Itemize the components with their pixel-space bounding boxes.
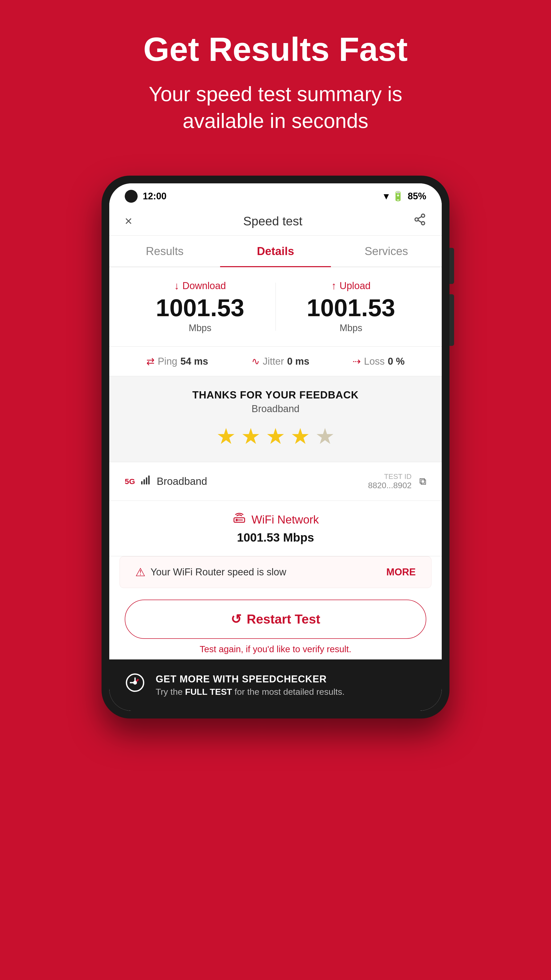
phone-container: 12:00 ▾ 🔋 85% × Speed test <box>0 176 551 719</box>
loss-label: Loss <box>364 356 384 367</box>
status-right: ▾ 🔋 85% <box>384 191 426 202</box>
speed-section: ↓ Download 1001.53 Mbps ↑ Upload 1001.53… <box>109 267 442 347</box>
info-row: 5G Broadband TEST ID 8820...8 <box>109 462 442 501</box>
share-button[interactable] <box>413 213 426 229</box>
upload-label: ↑ Upload <box>276 280 427 292</box>
ping-metric: ⇄ Ping 54 ms <box>146 356 208 367</box>
tab-services[interactable]: Services <box>331 236 442 267</box>
speedometer-icon <box>125 672 145 698</box>
network-type: 5G Broadband <box>125 474 207 488</box>
jitter-metric: ∿ Jitter 0 ms <box>251 356 310 367</box>
test-id: TEST ID 8820...8902 <box>368 473 411 490</box>
wifi-status-icon: ▾ <box>384 191 388 202</box>
restart-label: Restart Test <box>247 612 320 627</box>
bottom-text: GET MORE WITH SPEEDCHECKER Try the FULL … <box>156 674 345 697</box>
svg-point-2 <box>421 221 425 225</box>
star-4[interactable]: ★ <box>291 423 310 449</box>
svg-point-12 <box>134 681 137 684</box>
wifi-speed-value: 1001.53 Mbps <box>125 530 426 544</box>
hero-title: Get Results Fast <box>21 31 530 68</box>
status-left: 12:00 <box>125 190 167 203</box>
svg-rect-7 <box>146 477 148 485</box>
ping-icon: ⇄ <box>146 356 155 367</box>
warning-left: ⚠ Your WiFi Router speed is slow <box>135 566 286 579</box>
svg-rect-8 <box>148 475 150 484</box>
test-id-value: 8820...8902 <box>368 481 411 490</box>
tab-details[interactable]: Details <box>220 236 331 267</box>
metrics-row: ⇄ Ping 54 ms ∿ Jitter 0 ms ⇢ Loss 0 % <box>109 347 442 376</box>
warning-message: Your WiFi Router speed is slow <box>151 566 286 578</box>
restart-section: ↺ Restart Test Test again, if you'd like… <box>109 588 442 659</box>
svg-rect-5 <box>141 481 143 484</box>
phone-side-button-1 <box>449 248 454 284</box>
feedback-title: THANKS FOR YOUR FEEDBACK <box>125 389 426 401</box>
ping-value: 54 ms <box>180 356 208 367</box>
ping-label: Ping <box>158 356 177 367</box>
star-2[interactable]: ★ <box>241 423 260 449</box>
battery-percent: 85% <box>408 191 426 202</box>
warning-triangle-icon: ⚠ <box>135 566 145 579</box>
app-title: Speed test <box>243 214 303 228</box>
jitter-label: Jitter <box>263 356 284 367</box>
jitter-icon: ∿ <box>251 356 260 367</box>
close-button[interactable]: × <box>125 213 132 229</box>
jitter-value: 0 ms <box>287 356 310 367</box>
camera-icon <box>125 190 138 203</box>
loss-metric: ⇢ Loss 0 % <box>353 356 405 367</box>
hero-section: Get Results Fast Your speed test summary… <box>0 0 551 155</box>
feedback-section: THANKS FOR YOUR FEEDBACK Broadband ★ ★ ★… <box>109 376 442 462</box>
status-time: 12:00 <box>143 191 167 202</box>
star-1[interactable]: ★ <box>216 423 236 449</box>
app-header: × Speed test <box>109 207 442 236</box>
loss-value: 0 % <box>388 356 405 367</box>
restart-icon: ↺ <box>231 612 241 627</box>
bottom-banner: GET MORE WITH SPEEDCHECKER Try the FULL … <box>109 659 442 711</box>
download-arrow-icon: ↓ <box>174 280 179 292</box>
feedback-subtitle: Broadband <box>125 403 426 414</box>
download-label: ↓ Download <box>125 280 275 292</box>
tabs: Results Details Services <box>109 236 442 267</box>
wifi-network-label: WiFi Network <box>125 512 426 527</box>
svg-point-0 <box>421 214 425 217</box>
star-3[interactable]: ★ <box>266 423 285 449</box>
star-5[interactable]: ★ <box>315 423 335 449</box>
download-value: 1001.53 <box>125 296 275 320</box>
download-section: ↓ Download 1001.53 Mbps <box>125 280 275 334</box>
svg-rect-6 <box>143 479 145 484</box>
upload-value: 1001.53 <box>276 296 427 320</box>
phone-frame: 12:00 ▾ 🔋 85% × Speed test <box>102 176 449 719</box>
wifi-network-section: WiFi Network 1001.53 Mbps <box>109 501 442 556</box>
network-badge: 5G <box>125 477 135 486</box>
warning-banner: ⚠ Your WiFi Router speed is slow MORE <box>119 556 432 588</box>
svg-line-3 <box>418 220 422 222</box>
battery-icon: 🔋 <box>392 191 404 202</box>
wifi-router-icon <box>232 512 246 527</box>
test-id-label: TEST ID <box>368 473 411 481</box>
upload-section: ↑ Upload 1001.53 Mbps <box>276 280 427 334</box>
tab-results[interactable]: Results <box>109 236 220 267</box>
network-label: Broadband <box>157 476 207 487</box>
svg-point-11 <box>236 519 237 521</box>
phone-screen: 12:00 ▾ 🔋 85% × Speed test <box>109 183 442 711</box>
signal-bars-icon <box>140 474 152 488</box>
warning-more-button[interactable]: MORE <box>386 566 416 578</box>
upload-arrow-icon: ↑ <box>332 280 337 292</box>
svg-line-4 <box>418 216 422 219</box>
restart-test-button[interactable]: ↺ Restart Test <box>125 600 426 639</box>
star-rating: ★ ★ ★ ★ ★ <box>125 423 426 449</box>
svg-point-1 <box>415 218 418 221</box>
phone-side-button-2 <box>449 294 454 346</box>
copy-icon[interactable]: ⧉ <box>419 476 426 487</box>
download-unit: Mbps <box>125 323 275 334</box>
restart-note: Test again, if you'd like to verify resu… <box>125 644 426 654</box>
bottom-title: GET MORE WITH SPEEDCHECKER <box>156 674 345 685</box>
loss-icon: ⇢ <box>353 356 361 367</box>
test-id-section: TEST ID 8820...8902 ⧉ <box>368 473 426 490</box>
upload-unit: Mbps <box>276 323 427 334</box>
status-bar: 12:00 ▾ 🔋 85% <box>109 183 442 207</box>
bottom-subtitle: Try the FULL TEST for the most detailed … <box>156 687 345 697</box>
hero-subtitle: Your speed test summary isavailable in s… <box>21 81 530 134</box>
